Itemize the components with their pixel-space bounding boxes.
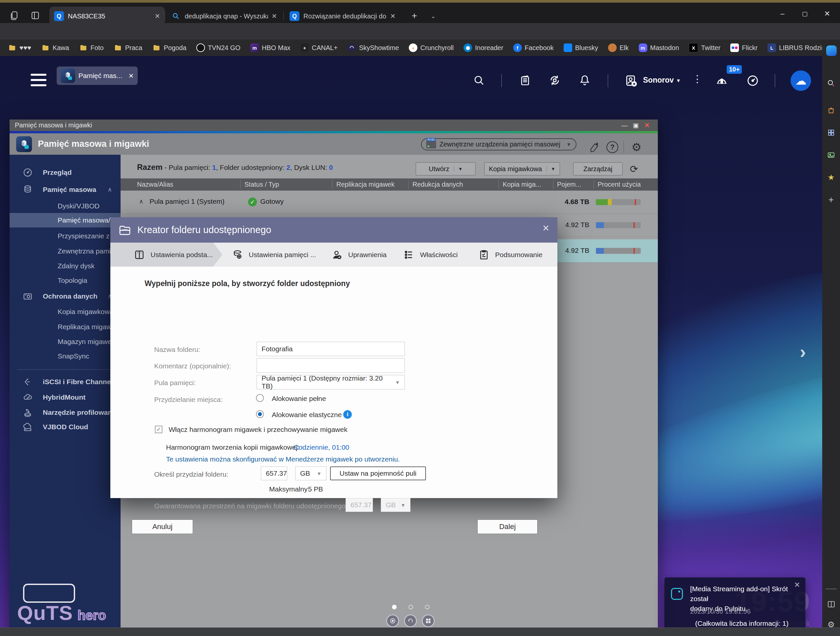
sidebar-item-narzedzie-profilowania[interactable]: Narzędzie profilowania ...: [9, 405, 120, 420]
folder-name-input[interactable]: Fotografia: [257, 342, 405, 356]
sidebar-item-dyski-vjbod[interactable]: Dyski/VJBOD: [9, 199, 120, 213]
copilot-discover-icon[interactable]: [826, 46, 837, 56]
bookmark-item[interactable]: LLIBRUS Rodzina: [767, 44, 829, 52]
bookmark-item[interactable]: Flickr: [730, 44, 758, 52]
sidebar-item-magazyn[interactable]: Magazyn migawek: [9, 334, 120, 349]
window-close-button[interactable]: ✕: [819, 6, 835, 21]
sidebar-search-icon[interactable]: [826, 78, 836, 88]
sidebar-games-icon[interactable]: ★: [826, 173, 836, 183]
create-button[interactable]: Utwórz▼: [416, 162, 476, 175]
schedule-note-link[interactable]: Te ustawienia można skonfigurować w Mene…: [166, 455, 400, 463]
sidebar-item-hybridmount[interactable]: HybridMount: [9, 390, 120, 405]
sidebar-split-screen-icon[interactable]: [826, 599, 836, 609]
settings-gear-icon[interactable]: ⚙: [632, 140, 641, 154]
cancel-button[interactable]: Anuluj: [132, 520, 193, 534]
comment-input[interactable]: [257, 358, 405, 373]
user-account-icon[interactable]: [623, 72, 639, 88]
sidebar-shopping-icon[interactable]: [826, 105, 836, 115]
sidebar-item-topologia[interactable]: Topologia: [9, 273, 120, 288]
snapshot-button[interactable]: Kopia migawkowa▼: [484, 162, 560, 175]
manage-button[interactable]: Zarządzaj: [573, 162, 622, 175]
pool-select[interactable]: Pula pamięci 1 (Dostępny rozmiar: 3.20 T…: [257, 375, 405, 389]
event-notifications-icon[interactable]: [714, 73, 729, 88]
bookmark-item[interactable]: Elk: [608, 44, 629, 52]
tab-close-icon[interactable]: ✕: [390, 12, 396, 20]
wizard-tab-properties[interactable]: Właściwości: [403, 242, 458, 267]
sidebar-tools-icon[interactable]: [826, 128, 836, 138]
sidebar-item-kopia-migawkowa[interactable]: Kopia migawkowa: [9, 304, 120, 319]
next-desktop-chevron-icon[interactable]: ›: [800, 341, 806, 362]
bookmark-folder[interactable]: ♥♥♥: [8, 44, 31, 52]
new-tab-button[interactable]: +: [409, 10, 420, 22]
bookmark-item[interactable]: Bluesky: [564, 44, 598, 52]
sidebar-item-iscsi[interactable]: iSCSI i Fibre Channel: [9, 375, 120, 389]
taskbar-app-chip[interactable]: Pamięć mas... ✕: [57, 66, 138, 85]
tab-list-chevron-icon[interactable]: ⌄: [428, 11, 438, 21]
window-minimize-button[interactable]: –: [775, 6, 790, 21]
sidebar-item-vjbod-cloud[interactable]: VJBOD Cloud: [9, 420, 120, 434]
sidebar-item-zewnetrzna[interactable]: Zewnętrzna pamięć maso: [9, 244, 120, 258]
wizard-close-icon[interactable]: ✕: [542, 223, 549, 233]
myqnapcloud-icon[interactable]: ☁: [791, 71, 811, 91]
page-dot[interactable]: [409, 605, 413, 609]
snapshot-checkbox-label[interactable]: Włącz harmonogram migawek i przechowywan…: [169, 426, 347, 433]
thick-allocation-radio[interactable]: [256, 394, 264, 402]
sidebar-item-przyspieszanie[interactable]: Przyspieszanie z użyciem: [9, 229, 120, 243]
notifications-bell-icon[interactable]: [578, 73, 592, 88]
bookmark-item[interactable]: TVN24 GO: [196, 44, 240, 52]
bookmark-item[interactable]: mMastodon: [639, 44, 679, 52]
window-maximize-button[interactable]: ▢: [797, 6, 812, 21]
snapshot-schedule-checkbox[interactable]: ✓: [155, 426, 163, 433]
sidebar-collapse-button[interactable]: [23, 584, 75, 603]
user-name[interactable]: Sonorov: [643, 76, 674, 85]
background-tasks-icon[interactable]: [518, 73, 532, 88]
app-maximize-icon[interactable]: ▣: [630, 121, 641, 129]
user-menu-chevron-icon[interactable]: ▼: [676, 78, 681, 83]
sidebar-item-pamiec-migawki[interactable]: Pamięć masowa/Migawki: [9, 213, 120, 227]
sidebar-item-snapsync[interactable]: SnapSync: [9, 349, 120, 364]
bookmark-folder[interactable]: Pogoda: [152, 44, 186, 52]
wizard-tab-permissions[interactable]: Uprawnienia: [331, 242, 387, 267]
thin-allocation-radio[interactable]: [256, 410, 264, 418]
sidebar-item-zdalny-dysk[interactable]: Zdalny dysk: [9, 259, 120, 273]
sidebar-item-pamiec-masowa[interactable]: Pamięć masowa ∧: [9, 183, 120, 197]
expand-caret-icon[interactable]: ∧: [139, 198, 143, 205]
tab-close-icon[interactable]: ✕: [155, 12, 160, 20]
collapse-chevron-icon[interactable]: ∧: [108, 186, 112, 193]
quota-unit-select[interactable]: GB▼: [295, 466, 327, 480]
thin-allocation-label[interactable]: Alokowanie elastyczne: [272, 411, 342, 419]
bookmark-folder[interactable]: Praca: [114, 44, 142, 52]
workspaces-icon[interactable]: [8, 9, 21, 22]
window-titlebar[interactable]: Pamięć masowa i migawki — ▣ ✕: [9, 120, 658, 131]
qnap-search-icon[interactable]: [472, 73, 486, 88]
wizard-tab-summary[interactable]: Podsumowanie: [478, 242, 543, 267]
desktop-widget-button[interactable]: [387, 615, 399, 627]
table-header[interactable]: Nazwa/Alias Status / Typ Replikacja miga…: [120, 178, 658, 190]
sync-status-icon[interactable]: [548, 73, 562, 88]
next-button[interactable]: Dalej: [477, 520, 538, 534]
taskbar-app-close-icon[interactable]: ✕: [128, 72, 134, 80]
sidebar-image-icon[interactable]: [826, 150, 836, 160]
sidebar-item-ochrona-danych[interactable]: Ochrona danych ∧: [9, 289, 120, 304]
tab-actions-icon[interactable]: [29, 9, 41, 22]
thick-allocation-label[interactable]: Alokowanie pełne: [272, 395, 326, 403]
more-options-kebab-icon[interactable]: ⋮: [692, 73, 702, 85]
desktop-widget-button[interactable]: [422, 615, 434, 627]
tab-close-icon[interactable]: ✕: [272, 12, 277, 20]
page-dot-active[interactable]: [392, 605, 396, 609]
bookmark-item[interactable]: XTwitter: [689, 43, 720, 52]
help-icon[interactable]: ?: [606, 141, 618, 153]
sidebar-item-przeglad[interactable]: Przegląd: [9, 165, 120, 180]
refresh-table-icon[interactable]: ⟳: [630, 163, 638, 175]
sidebar-add-icon[interactable]: +: [826, 195, 836, 205]
schedule-value-link[interactable]: Codziennie, 01:00: [294, 444, 349, 451]
bookmark-item[interactable]: ◠SkyShowtime: [347, 44, 399, 52]
bookmark-item[interactable]: ◖Crunchyroll: [409, 44, 453, 52]
notification-toast[interactable]: ✕ [Media Streaming add-on] Skrót zostałd…: [665, 578, 805, 634]
bookmark-folder[interactable]: Kawa: [41, 44, 69, 52]
app-minimize-icon[interactable]: —: [619, 122, 630, 129]
magic-wand-icon[interactable]: [589, 141, 600, 153]
info-icon[interactable]: i: [343, 410, 352, 419]
dashboard-gauge-icon[interactable]: [745, 73, 760, 88]
bookmark-folder[interactable]: Foto: [79, 44, 104, 52]
